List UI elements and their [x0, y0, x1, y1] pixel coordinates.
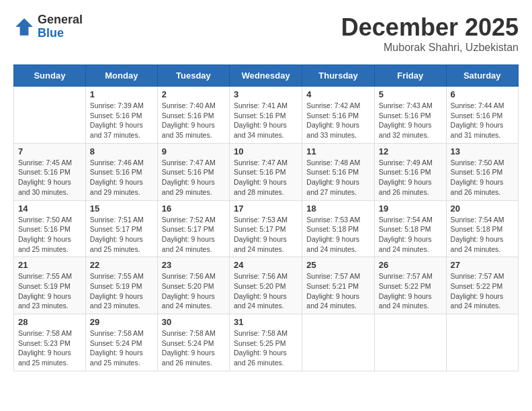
calendar-cell [446, 314, 518, 371]
day-number: 20 [451, 203, 514, 214]
day-number: 27 [451, 260, 514, 270]
calendar-week-1: 1Sunrise: 7:39 AM Sunset: 5:16 PM Daylig… [14, 87, 519, 144]
day-info: Sunrise: 7:46 AM Sunset: 5:16 PM Dayligh… [90, 158, 153, 197]
day-info: Sunrise: 7:58 AM Sunset: 5:24 PM Dayligh… [90, 328, 153, 368]
calendar-cell: 12Sunrise: 7:49 AM Sunset: 5:16 PM Dayli… [374, 143, 446, 200]
calendar-week-5: 28Sunrise: 7:58 AM Sunset: 5:23 PM Dayli… [14, 314, 519, 371]
day-number: 7 [18, 146, 81, 156]
calendar-cell: 30Sunrise: 7:58 AM Sunset: 5:24 PM Dayli… [157, 314, 229, 371]
day-info: Sunrise: 7:47 AM Sunset: 5:16 PM Dayligh… [162, 158, 225, 197]
day-info: Sunrise: 7:57 AM Sunset: 5:21 PM Dayligh… [306, 271, 370, 311]
header-day-tuesday: Tuesday [157, 65, 229, 87]
calendar-cell: 27Sunrise: 7:57 AM Sunset: 5:22 PM Dayli… [446, 257, 518, 314]
calendar-cell [374, 314, 446, 371]
calendar-cell: 5Sunrise: 7:43 AM Sunset: 5:16 PM Daylig… [374, 87, 446, 144]
day-info: Sunrise: 7:45 AM Sunset: 5:16 PM Dayligh… [18, 158, 81, 197]
calendar-cell: 13Sunrise: 7:50 AM Sunset: 5:16 PM Dayli… [446, 143, 518, 200]
day-number: 8 [90, 146, 153, 156]
logo-text: General Blue [38, 13, 83, 40]
day-info: Sunrise: 7:39 AM Sunset: 5:16 PM Dayligh… [90, 101, 153, 140]
calendar-cell: 23Sunrise: 7:56 AM Sunset: 5:20 PM Dayli… [157, 257, 229, 314]
calendar-cell: 29Sunrise: 7:58 AM Sunset: 5:24 PM Dayli… [85, 314, 157, 371]
calendar-cell: 8Sunrise: 7:46 AM Sunset: 5:16 PM Daylig… [85, 143, 157, 200]
calendar-cell: 2Sunrise: 7:40 AM Sunset: 5:16 PM Daylig… [157, 87, 229, 144]
calendar-week-4: 21Sunrise: 7:55 AM Sunset: 5:19 PM Dayli… [14, 257, 519, 314]
day-number: 9 [162, 146, 225, 156]
day-info: Sunrise: 7:57 AM Sunset: 5:22 PM Dayligh… [451, 271, 514, 311]
calendar-cell: 24Sunrise: 7:56 AM Sunset: 5:20 PM Dayli… [229, 257, 302, 314]
day-info: Sunrise: 7:54 AM Sunset: 5:18 PM Dayligh… [451, 215, 514, 255]
calendar-table: SundayMondayTuesdayWednesdayThursdayFrid… [13, 64, 519, 371]
calendar-cell: 26Sunrise: 7:57 AM Sunset: 5:22 PM Dayli… [374, 257, 446, 314]
calendar-cell: 1Sunrise: 7:39 AM Sunset: 5:16 PM Daylig… [85, 87, 157, 144]
day-number: 19 [379, 203, 442, 214]
day-info: Sunrise: 7:40 AM Sunset: 5:16 PM Dayligh… [162, 101, 225, 140]
calendar-cell [302, 314, 375, 371]
header-day-thursday: Thursday [302, 65, 375, 87]
title-section: December 2025 Muborak Shahri, Uzbekistan [341, 13, 519, 54]
day-number: 4 [306, 89, 370, 99]
page-header: General Blue December 2025 Muborak Shahr… [13, 13, 519, 54]
day-number: 14 [18, 203, 81, 214]
day-number: 26 [379, 260, 442, 270]
day-number: 5 [379, 89, 442, 99]
day-number: 6 [451, 89, 514, 99]
calendar-cell: 20Sunrise: 7:54 AM Sunset: 5:18 PM Dayli… [446, 200, 518, 257]
day-info: Sunrise: 7:52 AM Sunset: 5:17 PM Dayligh… [162, 215, 225, 255]
calendar-week-3: 14Sunrise: 7:50 AM Sunset: 5:16 PM Dayli… [14, 200, 519, 257]
location-subtitle: Muborak Shahri, Uzbekistan [341, 42, 519, 54]
calendar-cell: 3Sunrise: 7:41 AM Sunset: 5:16 PM Daylig… [229, 87, 302, 144]
calendar-cell: 31Sunrise: 7:58 AM Sunset: 5:25 PM Dayli… [229, 314, 302, 371]
calendar-cell: 9Sunrise: 7:47 AM Sunset: 5:16 PM Daylig… [157, 143, 229, 200]
header-day-sunday: Sunday [14, 65, 86, 87]
calendar-cell: 7Sunrise: 7:45 AM Sunset: 5:16 PM Daylig… [14, 143, 86, 200]
day-number: 31 [234, 317, 298, 327]
calendar-cell: 19Sunrise: 7:54 AM Sunset: 5:18 PM Dayli… [374, 200, 446, 257]
day-info: Sunrise: 7:56 AM Sunset: 5:20 PM Dayligh… [162, 271, 225, 311]
day-info: Sunrise: 7:43 AM Sunset: 5:16 PM Dayligh… [379, 101, 442, 140]
header-day-monday: Monday [85, 65, 157, 87]
calendar-cell: 16Sunrise: 7:52 AM Sunset: 5:17 PM Dayli… [157, 200, 229, 257]
day-number: 28 [18, 317, 81, 327]
day-info: Sunrise: 7:53 AM Sunset: 5:17 PM Dayligh… [234, 215, 298, 255]
day-number: 23 [162, 260, 225, 270]
day-number: 16 [162, 203, 225, 214]
day-info: Sunrise: 7:50 AM Sunset: 5:16 PM Dayligh… [18, 215, 81, 255]
day-number: 12 [379, 146, 442, 156]
calendar-cell: 22Sunrise: 7:55 AM Sunset: 5:19 PM Dayli… [85, 257, 157, 314]
day-number: 3 [234, 89, 298, 99]
logo-general-text: General [38, 13, 83, 27]
day-number: 24 [234, 260, 298, 270]
day-number: 15 [90, 203, 153, 214]
calendar-cell: 18Sunrise: 7:53 AM Sunset: 5:18 PM Dayli… [302, 200, 375, 257]
day-number: 13 [451, 146, 514, 156]
day-info: Sunrise: 7:47 AM Sunset: 5:16 PM Dayligh… [234, 158, 298, 197]
day-number: 11 [306, 146, 370, 156]
calendar-cell: 21Sunrise: 7:55 AM Sunset: 5:19 PM Dayli… [14, 257, 86, 314]
day-number: 2 [162, 89, 225, 99]
day-info: Sunrise: 7:54 AM Sunset: 5:18 PM Dayligh… [379, 215, 442, 255]
calendar-cell: 25Sunrise: 7:57 AM Sunset: 5:21 PM Dayli… [302, 257, 375, 314]
day-info: Sunrise: 7:50 AM Sunset: 5:16 PM Dayligh… [451, 158, 514, 197]
day-info: Sunrise: 7:42 AM Sunset: 5:16 PM Dayligh… [306, 101, 370, 140]
day-info: Sunrise: 7:48 AM Sunset: 5:16 PM Dayligh… [306, 158, 370, 197]
day-number: 22 [90, 260, 153, 270]
header-day-saturday: Saturday [446, 65, 518, 87]
calendar-body: 1Sunrise: 7:39 AM Sunset: 5:16 PM Daylig… [14, 87, 519, 371]
day-info: Sunrise: 7:57 AM Sunset: 5:22 PM Dayligh… [379, 271, 442, 311]
header-day-friday: Friday [374, 65, 446, 87]
calendar-week-2: 7Sunrise: 7:45 AM Sunset: 5:16 PM Daylig… [14, 143, 519, 200]
day-number: 29 [90, 317, 153, 327]
month-year-title: December 2025 [341, 13, 519, 42]
header-day-wednesday: Wednesday [229, 65, 302, 87]
day-info: Sunrise: 7:49 AM Sunset: 5:16 PM Dayligh… [379, 158, 442, 197]
day-number: 1 [90, 89, 153, 99]
day-info: Sunrise: 7:51 AM Sunset: 5:17 PM Dayligh… [90, 215, 153, 255]
day-number: 21 [18, 260, 81, 270]
calendar-cell: 17Sunrise: 7:53 AM Sunset: 5:17 PM Dayli… [229, 200, 302, 257]
svg-marker-0 [15, 18, 33, 36]
day-info: Sunrise: 7:44 AM Sunset: 5:16 PM Dayligh… [451, 101, 514, 140]
day-info: Sunrise: 7:55 AM Sunset: 5:19 PM Dayligh… [90, 271, 153, 311]
day-info: Sunrise: 7:55 AM Sunset: 5:19 PM Dayligh… [18, 271, 81, 311]
day-number: 18 [306, 203, 370, 214]
